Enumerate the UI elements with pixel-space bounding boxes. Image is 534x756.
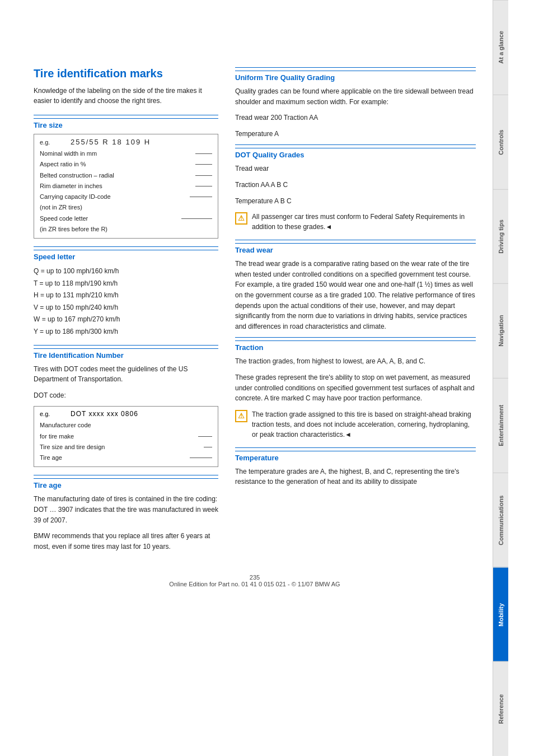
dot-sub-labels: Manufacturer code for tire make Tire siz… [40, 420, 212, 463]
ts-label-6: Speed code letter [40, 213, 179, 224]
utqg-example1: Tread wear 200 Traction AA [235, 113, 476, 123]
utqg-example2: Temperature A [235, 129, 476, 139]
ts-label-3: Rim diameter in inches [40, 181, 193, 192]
speed-w: W = up to 167 mph/270 km/h [34, 314, 218, 326]
ts-label-5: (not in ZR tires) [40, 202, 212, 213]
speed-t: T = up to 118 mph/190 km/h [34, 278, 218, 290]
dot-eg-value: DOT xxxx xxx 0806 [71, 410, 138, 418]
speed-letter-list: Q = up to 100 mph/160 km/h T = up to 118… [34, 265, 218, 338]
traction-text1: The traction grades, from highest to low… [235, 356, 476, 367]
tab-at-a-glance[interactable]: At a glance [493, 0, 508, 95]
dot-q-line3: Temperature A B C [235, 196, 476, 207]
tin-text1: Tires with DOT codes meet the guidelines… [34, 364, 218, 385]
tire-size-value: 255/55 R 18 109 H [71, 138, 151, 146]
dot-sub-1: for tire make [40, 431, 196, 442]
right-column: Uniform Tire Quality Grading Quality gra… [235, 67, 476, 557]
ts-label-1: Aspect ratio in % [40, 159, 193, 170]
ts-label-4: Carrying capacity ID-code [40, 192, 188, 202]
tire-age-text1: The manufacturing date of tires is conta… [34, 494, 218, 525]
page-number: 235 [34, 574, 476, 581]
traction-text2: These grades represent the tire's abilit… [235, 372, 476, 404]
speed-letter-heading: Speed letter [34, 250, 218, 261]
utqg-text: Quality grades can be found where applic… [235, 86, 476, 107]
tread-wear-heading: Tread wear [235, 243, 476, 254]
tire-size-labels: Nominal width in mm Aspect ratio in % Be… [40, 148, 212, 235]
dot-sub-3: Tire age [40, 452, 188, 463]
left-column: Tire identification marks Knowledge of t… [34, 67, 218, 557]
traction-warning-icon: ⚠ [235, 410, 247, 422]
tire-size-heading: Tire size [34, 118, 218, 129]
tread-wear-text: The tread wear grade is a comparative ra… [235, 259, 476, 332]
temperature-heading: Temperature [235, 451, 476, 462]
tab-navigation[interactable]: Navigation [493, 283, 508, 378]
dot-q-line2: Traction AA A B C [235, 180, 476, 190]
dot-code-label: DOT code: [34, 390, 218, 401]
utqg-heading: Uniform Tire Quality Grading [235, 71, 476, 82]
dot-diagram: e.g. DOT xxxx xxx 0806 Manufacturer code… [34, 406, 218, 467]
page-footer: 235 Online Edition for Part no. 01 41 0 … [34, 574, 476, 587]
page-title: Tire identification marks [34, 67, 218, 80]
tab-reference[interactable]: Reference [493, 661, 508, 756]
tin-heading: Tire Identification Number [34, 348, 218, 360]
tire-age-heading: Tire age [34, 478, 218, 489]
sidebar-tabs: At a glance Controls Driving tips Naviga… [493, 0, 508, 756]
speed-v: V = up to 150 mph/240 km/h [34, 302, 218, 314]
dot-eg-label: e.g. [40, 410, 71, 417]
tab-entertainment[interactable]: Entertainment [493, 378, 508, 473]
tire-size-diagram: e.g. 255/55 R 18 109 H Nominal width in … [34, 134, 218, 239]
tab-communications[interactable]: Communications [493, 473, 508, 567]
tab-mobility[interactable]: Mobility [493, 567, 508, 662]
temperature-text: The temperature grades are A, the highes… [235, 466, 476, 487]
dot-quality-warning-text: All passenger car tires must conform to … [252, 212, 476, 232]
edition-text: Online Edition for Part no. 01 41 0 015 … [34, 581, 476, 587]
dot-q-line1: Tread wear [235, 164, 476, 174]
speed-h: H = up to 131 mph/210 km/h [34, 290, 218, 302]
dot-sub-0: Manufacturer code [40, 420, 212, 431]
traction-warning: ⚠ The traction grade assigned to this ti… [235, 409, 476, 440]
traction-heading: Traction [235, 340, 476, 352]
warning-icon: ⚠ [235, 212, 247, 225]
dot-quality-warning: ⚠ All passenger car tires must conform t… [235, 212, 476, 232]
speed-q: Q = up to 100 mph/160 km/h [34, 265, 218, 278]
intro-text: Knowledge of the labeling on the side of… [34, 86, 218, 106]
ts-label-0: Nominal width in mm [40, 148, 193, 159]
traction-warning-text: The traction grade assigned to this tire… [252, 409, 476, 440]
dot-sub-2: Tire size and tire design [40, 442, 202, 452]
tire-age-text2: BMW recommends that you replace all tire… [34, 531, 218, 552]
dot-quality-heading: DOT Quality Grades [235, 148, 476, 159]
eg-label: e.g. [40, 139, 71, 146]
ts-label-7: (in ZR tires before the R) [40, 224, 212, 235]
speed-y: Y = up to 186 mph/300 km/h [34, 326, 218, 338]
ts-label-2: Belted construction – radial [40, 170, 193, 181]
tab-controls[interactable]: Controls [493, 95, 508, 189]
main-content: Tire identification marks Knowledge of t… [0, 0, 493, 756]
tab-driving-tips[interactable]: Driving tips [493, 189, 508, 284]
